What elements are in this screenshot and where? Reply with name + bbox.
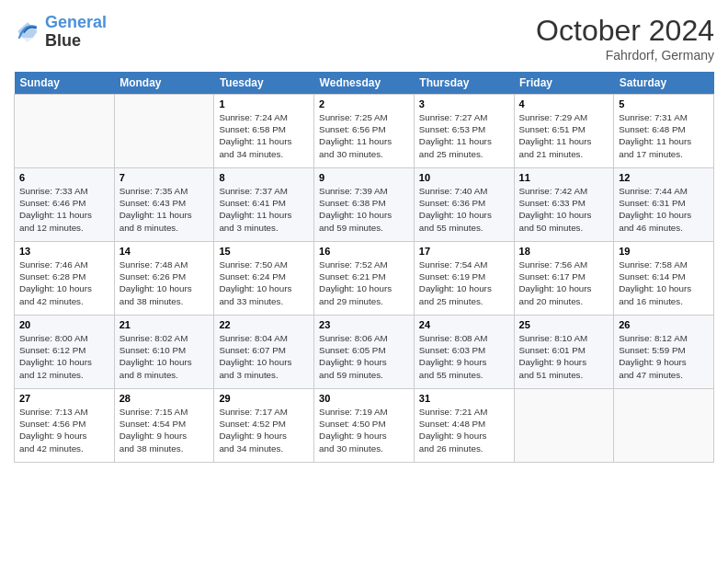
day-info: Sunrise: 7:56 AM Sunset: 6:17 PM Dayligh… <box>519 259 609 307</box>
day-info: Sunrise: 7:54 AM Sunset: 6:19 PM Dayligh… <box>419 259 509 307</box>
page-header: General Blue October 2024 Fahrdorf, Germ… <box>14 14 714 63</box>
day-info: Sunrise: 7:19 AM Sunset: 4:50 PM Dayligh… <box>319 406 409 454</box>
calendar-cell: 16Sunrise: 7:52 AM Sunset: 6:21 PM Dayli… <box>314 242 415 316</box>
day-info: Sunrise: 7:25 AM Sunset: 6:56 PM Dayligh… <box>319 111 409 160</box>
calendar-cell: 2Sunrise: 7:25 AM Sunset: 6:56 PM Daylig… <box>314 95 415 168</box>
calendar-cell: 20Sunrise: 8:00 AM Sunset: 6:12 PM Dayli… <box>15 316 115 389</box>
weekday-header: Friday <box>514 72 614 95</box>
day-info: Sunrise: 7:58 AM Sunset: 6:14 PM Dayligh… <box>619 259 709 307</box>
logo-icon <box>14 18 41 46</box>
calendar-cell: 18Sunrise: 7:56 AM Sunset: 6:17 PM Dayli… <box>514 242 614 316</box>
day-number: 20 <box>19 319 109 330</box>
calendar-cell: 15Sunrise: 7:50 AM Sunset: 6:24 PM Dayli… <box>214 242 314 316</box>
calendar-cell: 12Sunrise: 7:44 AM Sunset: 6:31 PM Dayli… <box>614 168 714 242</box>
weekday-header: Monday <box>114 72 214 95</box>
calendar-cell <box>114 95 214 168</box>
day-info: Sunrise: 7:29 AM Sunset: 6:51 PM Dayligh… <box>519 111 609 160</box>
calendar-week-row: 1Sunrise: 7:24 AM Sunset: 6:58 PM Daylig… <box>15 95 714 168</box>
day-info: Sunrise: 7:15 AM Sunset: 4:54 PM Dayligh… <box>119 406 210 454</box>
calendar-cell: 31Sunrise: 7:21 AM Sunset: 4:48 PM Dayli… <box>414 389 514 463</box>
day-info: Sunrise: 8:04 AM Sunset: 6:07 PM Dayligh… <box>219 332 309 381</box>
calendar-cell: 11Sunrise: 7:42 AM Sunset: 6:33 PM Dayli… <box>514 168 614 242</box>
calendar-table: SundayMondayTuesdayWednesdayThursdayFrid… <box>14 72 714 463</box>
day-number: 25 <box>519 319 609 330</box>
calendar-cell: 17Sunrise: 7:54 AM Sunset: 6:19 PM Dayli… <box>414 242 514 316</box>
day-info: Sunrise: 7:50 AM Sunset: 6:24 PM Dayligh… <box>219 259 309 307</box>
day-number: 13 <box>19 246 109 257</box>
day-info: Sunrise: 7:31 AM Sunset: 6:48 PM Dayligh… <box>619 111 709 160</box>
calendar-cell: 4Sunrise: 7:29 AM Sunset: 6:51 PM Daylig… <box>514 95 614 168</box>
day-info: Sunrise: 7:48 AM Sunset: 6:26 PM Dayligh… <box>119 259 210 307</box>
day-info: Sunrise: 7:42 AM Sunset: 6:33 PM Dayligh… <box>519 185 609 234</box>
calendar-cell <box>15 95 115 168</box>
day-info: Sunrise: 8:06 AM Sunset: 6:05 PM Dayligh… <box>319 332 409 381</box>
calendar-cell: 21Sunrise: 8:02 AM Sunset: 6:10 PM Dayli… <box>114 316 214 389</box>
calendar-cell: 22Sunrise: 8:04 AM Sunset: 6:07 PM Dayli… <box>214 316 314 389</box>
weekday-header: Sunday <box>15 72 115 95</box>
day-info: Sunrise: 8:08 AM Sunset: 6:03 PM Dayligh… <box>419 332 509 381</box>
day-info: Sunrise: 7:33 AM Sunset: 6:46 PM Dayligh… <box>19 185 109 234</box>
calendar-week-row: 6Sunrise: 7:33 AM Sunset: 6:46 PM Daylig… <box>15 168 714 242</box>
day-info: Sunrise: 7:46 AM Sunset: 6:28 PM Dayligh… <box>19 259 109 307</box>
calendar-cell: 24Sunrise: 8:08 AM Sunset: 6:03 PM Dayli… <box>414 316 514 389</box>
calendar-cell: 23Sunrise: 8:06 AM Sunset: 6:05 PM Dayli… <box>314 316 415 389</box>
day-number: 1 <box>219 98 309 109</box>
day-number: 28 <box>119 393 210 404</box>
day-number: 6 <box>19 172 109 183</box>
day-info: Sunrise: 7:37 AM Sunset: 6:41 PM Dayligh… <box>219 185 309 234</box>
day-info: Sunrise: 7:13 AM Sunset: 4:56 PM Dayligh… <box>19 406 109 454</box>
day-number: 29 <box>219 393 309 404</box>
day-info: Sunrise: 7:21 AM Sunset: 4:48 PM Dayligh… <box>419 406 509 454</box>
calendar-cell <box>614 389 714 463</box>
day-number: 10 <box>419 172 509 183</box>
calendar-cell: 28Sunrise: 7:15 AM Sunset: 4:54 PM Dayli… <box>114 389 214 463</box>
calendar-cell: 14Sunrise: 7:48 AM Sunset: 6:26 PM Dayli… <box>114 242 214 316</box>
calendar-cell: 13Sunrise: 7:46 AM Sunset: 6:28 PM Dayli… <box>15 242 115 316</box>
calendar-cell: 5Sunrise: 7:31 AM Sunset: 6:48 PM Daylig… <box>614 95 714 168</box>
day-info: Sunrise: 7:39 AM Sunset: 6:38 PM Dayligh… <box>319 185 409 234</box>
day-number: 12 <box>619 172 709 183</box>
logo-line1: General <box>45 13 107 31</box>
logo-name: General Blue <box>45 14 107 51</box>
day-info: Sunrise: 8:00 AM Sunset: 6:12 PM Dayligh… <box>19 332 109 381</box>
day-number: 9 <box>319 172 409 183</box>
day-number: 11 <box>519 172 609 183</box>
day-info: Sunrise: 8:10 AM Sunset: 6:01 PM Dayligh… <box>519 332 609 381</box>
day-number: 19 <box>619 246 709 257</box>
day-number: 7 <box>119 172 210 183</box>
calendar-cell: 6Sunrise: 7:33 AM Sunset: 6:46 PM Daylig… <box>15 168 115 242</box>
day-number: 23 <box>319 319 409 330</box>
calendar-cell: 27Sunrise: 7:13 AM Sunset: 4:56 PM Dayli… <box>15 389 115 463</box>
day-info: Sunrise: 8:02 AM Sunset: 6:10 PM Dayligh… <box>119 332 210 381</box>
day-info: Sunrise: 7:17 AM Sunset: 4:52 PM Dayligh… <box>219 406 309 454</box>
day-number: 3 <box>419 98 509 109</box>
calendar-cell: 9Sunrise: 7:39 AM Sunset: 6:38 PM Daylig… <box>314 168 415 242</box>
calendar-cell: 10Sunrise: 7:40 AM Sunset: 6:36 PM Dayli… <box>414 168 514 242</box>
calendar-week-row: 20Sunrise: 8:00 AM Sunset: 6:12 PM Dayli… <box>15 316 714 389</box>
day-number: 4 <box>519 98 609 109</box>
day-number: 22 <box>219 319 309 330</box>
day-number: 15 <box>219 246 309 257</box>
logo-line2: Blue <box>45 31 81 50</box>
weekday-header: Tuesday <box>214 72 314 95</box>
day-number: 16 <box>319 246 409 257</box>
day-number: 27 <box>19 393 109 404</box>
calendar-cell <box>514 389 614 463</box>
day-info: Sunrise: 7:44 AM Sunset: 6:31 PM Dayligh… <box>619 185 709 234</box>
day-number: 30 <box>319 393 409 404</box>
day-number: 26 <box>619 319 709 330</box>
day-number: 21 <box>119 319 210 330</box>
logo: General Blue <box>14 14 107 51</box>
day-number: 17 <box>419 246 509 257</box>
day-info: Sunrise: 7:27 AM Sunset: 6:53 PM Dayligh… <box>419 111 509 160</box>
calendar-cell: 25Sunrise: 8:10 AM Sunset: 6:01 PM Dayli… <box>514 316 614 389</box>
calendar-cell: 1Sunrise: 7:24 AM Sunset: 6:58 PM Daylig… <box>214 95 314 168</box>
location-subtitle: Fahrdorf, Germany <box>536 48 714 63</box>
weekday-header: Wednesday <box>314 72 415 95</box>
day-info: Sunrise: 7:35 AM Sunset: 6:43 PM Dayligh… <box>119 185 210 234</box>
calendar-cell: 3Sunrise: 7:27 AM Sunset: 6:53 PM Daylig… <box>414 95 514 168</box>
calendar-cell: 19Sunrise: 7:58 AM Sunset: 6:14 PM Dayli… <box>614 242 714 316</box>
calendar-cell: 30Sunrise: 7:19 AM Sunset: 4:50 PM Dayli… <box>314 389 415 463</box>
day-number: 14 <box>119 246 210 257</box>
weekday-header: Thursday <box>414 72 514 95</box>
